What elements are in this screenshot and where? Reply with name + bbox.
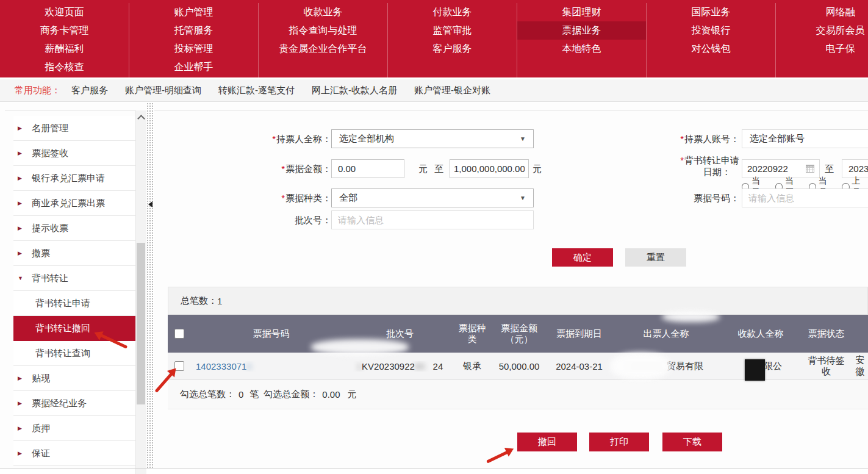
nav-item-international[interactable]: 国际业务 xyxy=(647,3,775,21)
batch-no-label: 批次号： xyxy=(235,215,331,226)
sidebar-scrollbar-thumb[interactable] xyxy=(137,243,145,404)
panel-splitter[interactable] xyxy=(146,102,154,468)
nav-item-corporate-wallet[interactable]: 对公钱包 xyxy=(647,40,775,58)
sidebar-item-endorsement-transfer[interactable]: ▼背书转让 xyxy=(13,266,135,291)
blurred-text-patch xyxy=(629,362,664,371)
sidebar-item-withdraw-bill[interactable]: ▶撤票 xyxy=(13,241,135,266)
nav-item-bill-business-active[interactable]: 票据业务 xyxy=(517,21,646,40)
bill-no-link[interactable]: 14023330716 xyxy=(196,361,252,372)
column-batch-no: 批次号 xyxy=(346,328,453,340)
download-button[interactable]: 下载 xyxy=(662,433,722,451)
bill-no-label: 票据号码： xyxy=(661,193,739,204)
reset-button[interactable]: 重置 xyxy=(625,248,686,267)
row-bill-no-cell: 14023330716 xyxy=(191,361,346,372)
sidebar-item-pledge[interactable]: ▶质押 xyxy=(13,416,135,441)
nav-item-local-features[interactable]: 本地特色 xyxy=(517,40,646,58)
holder-account-label: *持票人账号： xyxy=(661,134,739,145)
nav-item-investment-bank[interactable]: 投资银行 xyxy=(647,21,775,40)
holder-name-label: *持票人全称： xyxy=(235,134,331,145)
row-checkbox[interactable] xyxy=(174,361,184,371)
row-amount-cell: 50,000.00 xyxy=(491,361,547,372)
nav-item-custody[interactable]: 托管服务 xyxy=(129,21,258,40)
nav-item-bidding[interactable]: 投标管理 xyxy=(129,40,258,58)
content-top-border xyxy=(5,110,868,111)
column-bill-no: 票据号码 xyxy=(191,328,346,340)
sidebar-item-bank-acceptance-apply[interactable]: ▶银行承兑汇票申请 xyxy=(13,166,135,191)
nav-item-instruction-check[interactable]: 指令核查 xyxy=(0,58,129,76)
row-region-cell: 安徽 xyxy=(852,354,868,378)
nav-item-online-financing[interactable]: 网络融 xyxy=(776,3,868,21)
quicklink-customer-service[interactable]: 客户服务 xyxy=(71,85,108,96)
row-drawer-cell: 贸易有限 xyxy=(611,361,721,372)
select-all-checkbox[interactable] xyxy=(174,329,184,339)
nav-item-regulatory[interactable]: 监管审批 xyxy=(388,21,517,40)
sidebar-item-bill-sign[interactable]: ▶票据签收 xyxy=(13,141,135,166)
triangle-right-icon: ▶ xyxy=(18,241,22,265)
triangle-right-icon: ▶ xyxy=(18,116,22,140)
date-to-word: 至 xyxy=(825,163,834,175)
nav-item-group-finance[interactable]: 集团理财 xyxy=(517,3,646,21)
column-bill-status: 票据状态 xyxy=(800,328,852,340)
amount-from-unit: 元 xyxy=(418,163,428,175)
column-drawer-name: 出票人全称 xyxy=(611,328,721,340)
triangle-right-icon: ▶ xyxy=(18,366,22,390)
holder-name-select[interactable]: 选定全部机构 ▼ xyxy=(331,129,534,148)
collapse-sidebar-icon[interactable] xyxy=(148,201,152,207)
withdraw-button[interactable]: 撤回 xyxy=(517,433,577,451)
nav-item-payment[interactable]: 付款业务 xyxy=(388,3,517,21)
bill-amount-label: *票据金额： xyxy=(235,163,331,175)
holder-account-select[interactable]: 选定全部账号 xyxy=(742,129,868,148)
sidebar-item-endorsement-query[interactable]: 背书转让查询 xyxy=(13,341,135,366)
sidebar-item-endorsement-withdraw-selected[interactable]: 背书转让撤回 xyxy=(13,316,135,341)
bill-type-select[interactable]: 全部 ▼ xyxy=(331,189,534,207)
quicklink-bank-enterprise-reconciliation[interactable]: 账户管理-银企对账 xyxy=(414,85,490,96)
triangle-right-icon: ▶ xyxy=(18,441,22,465)
total-count-value: 1 xyxy=(217,296,222,306)
sidebar-item-roster-mgmt[interactable]: ▶名册管理 xyxy=(13,116,135,141)
nav-column-7: 网络融 交易所会员 电子保 xyxy=(776,3,868,77)
sidebar-item-discount[interactable]: ▶贴现 xyxy=(13,366,135,391)
quicklink-payee-roster[interactable]: 网上汇款-收款人名册 xyxy=(312,85,397,96)
chevron-up-icon xyxy=(137,115,145,123)
top-nav: 欢迎页面 商务卡管理 薪酬福利 指令核查 账户管理 托管服务 投标管理 企业帮手… xyxy=(0,0,868,77)
print-button[interactable]: 打印 xyxy=(589,433,649,451)
nav-item-precious-metal[interactable]: 贵金属企业合作平台 xyxy=(259,40,387,58)
bill-no-input[interactable] xyxy=(742,189,868,207)
nav-item-enterprise-helper[interactable]: 企业帮手 xyxy=(129,58,258,76)
nav-item-instruction-query[interactable]: 指令查询与处理 xyxy=(259,21,387,40)
nav-item-payroll[interactable]: 薪酬福利 xyxy=(0,40,129,58)
quicklink-account-detail-query[interactable]: 账户管理-明细查询 xyxy=(125,85,201,96)
table-header: 票据号码 批次号 票据种类 票据金额（元） 票据到期日 出票人全称 收款人全称 … xyxy=(168,315,868,353)
triangle-right-icon: ▶ xyxy=(18,391,22,415)
nav-item-account-mgmt[interactable]: 账户管理 xyxy=(129,3,258,21)
row-batch-cell: 1KV202309229524 xyxy=(346,361,453,372)
nav-item-welcome[interactable]: 欢迎页面 xyxy=(0,3,129,21)
nav-item-exchange-member[interactable]: 交易所会员 xyxy=(776,21,868,40)
row-checkbox-cell xyxy=(168,361,191,371)
sidebar-item-endorsement-apply[interactable]: 背书转让申请 xyxy=(13,291,135,316)
selection-summary-bar: 勾选总笔数： 0 笔 勾选总金额： 0.00 元 xyxy=(168,380,868,409)
column-amount: 票据金额（元） xyxy=(491,323,547,345)
confirm-button[interactable]: 确定 xyxy=(552,248,613,267)
batch-no-input[interactable] xyxy=(331,210,534,229)
nav-item-collection[interactable]: 收款业务 xyxy=(259,3,387,21)
sidebar-item-prompt-receive[interactable]: ▶提示收票 xyxy=(13,216,135,241)
quickbar-label: 常用功能： xyxy=(15,85,60,96)
sidebar-item-bill-brokerage[interactable]: ▶票据经纪业务 xyxy=(13,391,135,416)
amount-to-input[interactable] xyxy=(450,159,529,178)
masked-digits: 1 xyxy=(357,361,362,372)
quicklink-transfer-single-payment[interactable]: 转账汇款-逐笔支付 xyxy=(218,85,295,96)
nav-item-customer-service[interactable]: 客户服务 xyxy=(388,40,517,58)
nav-column-5: 集团理财 票据业务 本地特色 xyxy=(517,3,647,77)
sidebar-item-guarantee[interactable]: ▶保证 xyxy=(13,441,135,466)
masked-digits: 95 xyxy=(415,361,425,372)
sidebar-item-commercial-acceptance-issue[interactable]: ▶商业承兑汇票出票 xyxy=(13,191,135,216)
nav-column-2: 账户管理 托管服务 投标管理 企业帮手 xyxy=(129,3,259,77)
amount-from-input[interactable] xyxy=(331,159,404,178)
row-due-date-cell: 2024-03-21 xyxy=(547,361,611,372)
calendar-icon[interactable] xyxy=(806,165,814,173)
scrollbar-up-arrow[interactable] xyxy=(137,113,145,123)
nav-item-business-card[interactable]: 商务卡管理 xyxy=(0,21,129,40)
nav-item-e-guarantee[interactable]: 电子保 xyxy=(776,40,868,58)
triangle-down-icon: ▼ xyxy=(18,266,23,290)
